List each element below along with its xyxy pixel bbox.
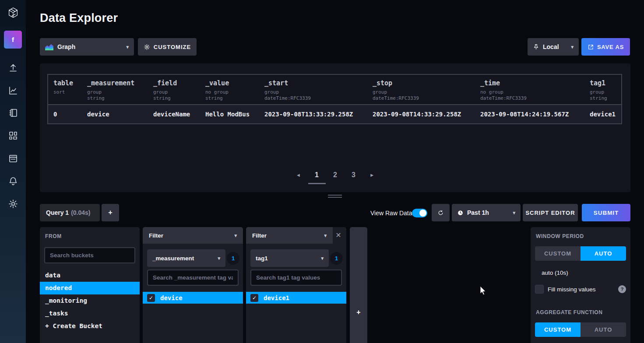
caret-down-icon: ▾ bbox=[126, 44, 129, 50]
tag-key-label: _measurement bbox=[152, 255, 194, 262]
export-icon bbox=[588, 44, 594, 50]
toggle-knob bbox=[419, 210, 426, 217]
save-as-button[interactable]: SAVE AS bbox=[581, 38, 630, 56]
notebooks-icon[interactable] bbox=[8, 108, 18, 118]
tag-value-item-device[interactable]: ✓ device bbox=[143, 292, 243, 304]
data-explorer-icon[interactable] bbox=[8, 85, 18, 96]
query-tab-label: Query 1 bbox=[46, 209, 69, 216]
table-cell: device bbox=[82, 105, 148, 123]
table-header-row: tablesort _measurementgroupstring _field… bbox=[48, 75, 621, 104]
from-card-title: FROM bbox=[45, 233, 62, 239]
bucket-item-monitoring[interactable]: _monitoring bbox=[40, 294, 140, 307]
time-range-dropdown[interactable]: Past 1h ▾ bbox=[452, 204, 521, 221]
sidebar: f bbox=[0, 0, 26, 343]
tag-value-label: device bbox=[160, 294, 183, 301]
avatar[interactable]: f bbox=[4, 31, 22, 49]
column-header: table bbox=[53, 79, 82, 87]
table-cell: 2023-09-08T14:33:29.258Z bbox=[367, 105, 475, 123]
add-query-button[interactable]: + bbox=[102, 204, 119, 221]
influxdb-logo-icon[interactable] bbox=[0, 0, 26, 25]
plus-icon: + bbox=[108, 209, 112, 217]
bucket-item-data[interactable]: data bbox=[40, 269, 140, 282]
window-custom-button[interactable]: CUSTOM bbox=[535, 246, 581, 261]
table-cell: 2023-09-08T14:24:19.567Z bbox=[475, 105, 584, 123]
fill-missing-values-checkbox[interactable] bbox=[535, 285, 544, 294]
column-header: _start bbox=[264, 79, 367, 87]
help-icon[interactable]: ? bbox=[618, 285, 626, 293]
from-bucket-card: FROM data nodered _monitoring _tasks + C… bbox=[40, 227, 140, 343]
bucket-search-input[interactable] bbox=[44, 247, 135, 263]
script-editor-label: SCRIPT EDITOR bbox=[525, 210, 575, 216]
gear-icon bbox=[144, 44, 150, 50]
column-header: _measurement bbox=[87, 79, 148, 87]
window-period-card: WINDOW PERIOD CUSTOM AUTO auto (10s) Fil… bbox=[531, 227, 630, 343]
query-duration: (0.04s) bbox=[71, 209, 90, 216]
tag-value-search-input[interactable] bbox=[250, 270, 342, 286]
customize-label: CUSTOMIZE bbox=[154, 44, 191, 50]
checkbox-checked-icon[interactable]: ✓ bbox=[147, 294, 155, 302]
table-cell: deviceName bbox=[148, 105, 200, 123]
add-filter-card-button[interactable]: + bbox=[350, 227, 367, 343]
settings-gear-icon[interactable] bbox=[8, 199, 18, 209]
bucket-item-nodered[interactable]: nodered bbox=[40, 282, 140, 294]
view-raw-data-toggle[interactable] bbox=[412, 209, 427, 217]
table-row: 0 device deviceName Hello ModBus 2023-09… bbox=[48, 104, 621, 123]
bucket-list: data nodered _monitoring _tasks + Create… bbox=[40, 269, 140, 332]
window-auto-button[interactable]: AUTO bbox=[581, 246, 626, 261]
visualization-type-dropdown[interactable]: Graph ▾ bbox=[40, 38, 134, 56]
panel-resize-handle[interactable] bbox=[328, 195, 342, 199]
tag-key-dropdown[interactable]: _measurement ▾ bbox=[147, 249, 225, 267]
caret-down-icon: ▾ bbox=[571, 44, 574, 50]
tasks-calendar-icon[interactable] bbox=[8, 153, 18, 164]
close-filter-icon[interactable]: ✕ bbox=[334, 231, 343, 240]
tag-value-label: device1 bbox=[264, 294, 289, 301]
aggregate-segmented-control: CUSTOM AUTO bbox=[535, 322, 626, 337]
column-header: _field bbox=[153, 79, 200, 87]
caret-down-icon: ▾ bbox=[234, 233, 237, 238]
filter-type-dropdown[interactable]: Filter ▾ bbox=[246, 227, 333, 244]
filter-card-measurement: Filter ▾ _measurement ▾ 1 ✓ device bbox=[143, 227, 243, 343]
selected-count-badge: 1 bbox=[330, 252, 343, 265]
customize-button[interactable]: CUSTOMIZE bbox=[138, 38, 197, 56]
dashboards-icon[interactable] bbox=[8, 130, 18, 141]
create-bucket-button[interactable]: + Create Bucket bbox=[40, 320, 140, 332]
window-period-value: auto (10s) bbox=[542, 270, 568, 276]
aggregate-custom-button[interactable]: CUSTOM bbox=[535, 322, 581, 337]
table-cell: Hello ModBus bbox=[200, 105, 259, 123]
visualization-type-label: Graph bbox=[57, 43, 75, 50]
pagination-next-icon[interactable]: ▸ bbox=[363, 168, 381, 182]
pagination-page-2[interactable]: 2 bbox=[326, 168, 345, 182]
pagination-page-1[interactable]: 1 bbox=[308, 168, 326, 182]
submit-button[interactable]: SUBMIT bbox=[582, 204, 630, 221]
column-header: _time bbox=[480, 79, 584, 87]
pagination-page-3[interactable]: 3 bbox=[345, 168, 363, 182]
selected-count-badge: 1 bbox=[227, 252, 239, 265]
raw-data-table: tablesort _measurementgroupstring _field… bbox=[47, 74, 622, 124]
tag-key-dropdown[interactable]: tag1 ▾ bbox=[250, 249, 329, 267]
tag-value-item-device1[interactable]: ✓ device1 bbox=[246, 292, 346, 304]
graph-chart-icon bbox=[45, 44, 53, 50]
tag-value-search-input[interactable] bbox=[147, 270, 239, 286]
checkbox-checked-icon[interactable]: ✓ bbox=[250, 294, 258, 302]
view-raw-data-label: View Raw Data bbox=[370, 210, 412, 217]
filter-type-label: Filter bbox=[149, 232, 163, 239]
query-tab[interactable]: Query 1 (0.04s) bbox=[40, 204, 100, 221]
pagination: ◂ 1 2 3 ▸ bbox=[40, 168, 630, 182]
plus-icon: + bbox=[350, 308, 367, 316]
clock-icon bbox=[457, 210, 464, 216]
alerts-bell-icon[interactable] bbox=[8, 176, 18, 186]
script-editor-button[interactable]: SCRIPT EDITOR bbox=[523, 204, 578, 221]
bucket-item-tasks[interactable]: _tasks bbox=[40, 307, 140, 320]
local-dropdown[interactable]: Local ▾ bbox=[528, 38, 579, 56]
filter-type-dropdown[interactable]: Filter ▾ bbox=[143, 227, 243, 244]
tag-key-label: tag1 bbox=[256, 255, 268, 262]
upload-icon[interactable] bbox=[8, 63, 18, 73]
refresh-icon bbox=[437, 210, 444, 216]
pagination-prev-icon[interactable]: ◂ bbox=[289, 168, 308, 182]
table-cell: 2023-09-08T13:33:29.258Z bbox=[259, 105, 367, 123]
refresh-button[interactable] bbox=[432, 204, 450, 221]
column-header: _stop bbox=[373, 79, 475, 87]
local-label: Local bbox=[543, 43, 559, 50]
raw-data-panel: tablesort _measurementgroupstring _field… bbox=[40, 63, 630, 192]
aggregate-auto-button[interactable]: AUTO bbox=[581, 322, 626, 337]
